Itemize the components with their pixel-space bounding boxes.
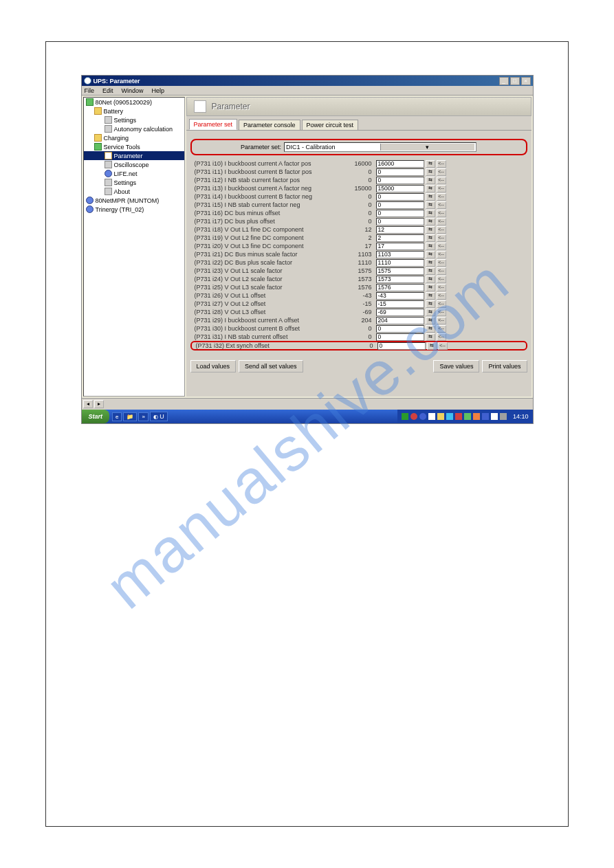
tree-settings2[interactable]: Settings: [84, 178, 184, 187]
param-input[interactable]: [376, 267, 424, 275]
param-send-button[interactable]: ⇆: [426, 234, 435, 242]
tree-about[interactable]: About: [84, 187, 184, 196]
param-send-button[interactable]: ⇆: [426, 226, 435, 234]
param-send-button[interactable]: ⇆: [426, 177, 435, 184]
tree-servicetools[interactable]: Service Tools: [84, 142, 184, 151]
tray-icon[interactable]: [437, 413, 444, 420]
param-send-button[interactable]: ⇆: [426, 243, 435, 250]
tree-root[interactable]: 80Net (0905120029): [84, 98, 184, 107]
param-send-button[interactable]: ⇆: [426, 284, 435, 291]
param-revert-button[interactable]: <--: [437, 226, 446, 234]
param-send-button[interactable]: ⇆: [426, 259, 435, 267]
param-input[interactable]: [376, 259, 424, 267]
tray-icon[interactable]: [491, 413, 498, 420]
param-revert-button[interactable]: <--: [437, 333, 446, 341]
tray-icon[interactable]: [473, 413, 480, 420]
tree-battery[interactable]: Battery: [84, 107, 184, 115]
tray-icon[interactable]: [410, 413, 417, 420]
tray-icon[interactable]: [482, 413, 489, 420]
system-tray[interactable]: 14:10: [397, 410, 533, 423]
param-input[interactable]: [376, 226, 424, 234]
param-input[interactable]: [376, 185, 424, 192]
tab-prev-button[interactable]: ◂: [83, 400, 93, 408]
param-input[interactable]: [376, 292, 424, 300]
param-send-button[interactable]: ⇆: [426, 185, 435, 192]
load-values-button[interactable]: Load values: [190, 360, 237, 372]
param-input[interactable]: [376, 193, 424, 201]
param-send-button[interactable]: ⇆: [426, 251, 435, 258]
tray-icon[interactable]: [419, 413, 426, 420]
tray-icon[interactable]: [402, 413, 408, 420]
tab-power-circuit-test[interactable]: Power circuit test: [302, 120, 359, 130]
param-revert-button[interactable]: <--: [437, 317, 446, 324]
tray-icon[interactable]: [455, 413, 462, 420]
close-button[interactable]: ×: [521, 77, 531, 85]
clock[interactable]: 14:10: [513, 413, 529, 420]
param-input[interactable]: [376, 251, 424, 258]
taskbar-item-folder[interactable]: 📁: [123, 412, 137, 421]
param-revert-button[interactable]: <--: [437, 193, 446, 201]
param-revert-button[interactable]: <--: [437, 276, 446, 283]
tree-parameter[interactable]: Parameter: [84, 151, 184, 160]
navigation-tree[interactable]: 80Net (0905120029) Battery Settings Auto…: [83, 97, 185, 397]
param-revert-button[interactable]: <--: [437, 234, 446, 242]
param-input[interactable]: [376, 284, 424, 291]
param-send-button[interactable]: ⇆: [426, 325, 435, 333]
param-input[interactable]: [376, 218, 424, 225]
param-input[interactable]: [376, 210, 424, 217]
param-input[interactable]: [377, 342, 426, 350]
param-revert-button[interactable]: <--: [437, 201, 446, 209]
tree-trinergy[interactable]: Trinergy (TRI_02): [84, 205, 184, 214]
param-send-button[interactable]: ⇆: [426, 300, 435, 308]
tree-lifenet[interactable]: LIFE.net: [84, 169, 184, 178]
param-send-button[interactable]: ⇆: [426, 317, 435, 324]
start-button[interactable]: Start: [82, 410, 110, 423]
param-revert-button[interactable]: <--: [437, 309, 446, 316]
param-revert-button[interactable]: <--: [437, 218, 446, 225]
param-input[interactable]: [376, 234, 424, 242]
param-revert-button[interactable]: <--: [437, 292, 446, 300]
param-revert-button[interactable]: <--: [438, 342, 448, 350]
tree-settings[interactable]: Settings: [84, 115, 184, 124]
param-input[interactable]: [376, 333, 424, 341]
param-revert-button[interactable]: <--: [437, 177, 446, 184]
param-input[interactable]: [376, 317, 424, 324]
param-input[interactable]: [376, 201, 424, 209]
param-input[interactable]: [376, 300, 424, 308]
tab-parameter-set[interactable]: Parameter set: [189, 119, 238, 130]
param-input[interactable]: [376, 168, 424, 176]
tree-autonomy[interactable]: Autonomy calculation: [84, 124, 184, 133]
param-send-button[interactable]: ⇆: [426, 292, 435, 300]
param-input[interactable]: [376, 325, 424, 333]
menu-window[interactable]: Window: [122, 87, 144, 94]
param-revert-button[interactable]: <--: [437, 168, 446, 176]
param-send-button[interactable]: ⇆: [427, 342, 437, 350]
param-send-button[interactable]: ⇆: [426, 276, 435, 283]
param-send-button[interactable]: ⇆: [426, 267, 435, 275]
tray-icon[interactable]: [428, 413, 435, 420]
tray-icon[interactable]: [500, 413, 507, 420]
param-revert-button[interactable]: <--: [437, 267, 446, 275]
param-input[interactable]: [376, 243, 424, 250]
param-send-button[interactable]: ⇆: [426, 333, 435, 341]
tree-charging[interactable]: Charging: [84, 133, 184, 142]
send-all-set-values-button[interactable]: Send all set values: [239, 360, 303, 372]
param-send-button[interactable]: ⇆: [426, 309, 435, 316]
tab-next-button[interactable]: ▸: [94, 400, 104, 408]
param-send-button[interactable]: ⇆: [426, 193, 435, 201]
param-input[interactable]: [376, 309, 424, 316]
param-send-button[interactable]: ⇆: [426, 201, 435, 209]
param-input[interactable]: [376, 160, 424, 168]
menu-file[interactable]: File: [85, 87, 95, 94]
parameter-set-dropdown[interactable]: DIC1 - Calibration ▾: [284, 142, 476, 152]
taskbar-item-app[interactable]: ◐ U: [150, 412, 168, 421]
save-values-button[interactable]: Save values: [433, 360, 479, 372]
param-revert-button[interactable]: <--: [437, 259, 446, 267]
param-send-button[interactable]: ⇆: [426, 160, 435, 168]
param-input[interactable]: [376, 276, 424, 283]
param-revert-button[interactable]: <--: [437, 300, 446, 308]
tree-netmpr[interactable]: 80NetMPR (MUNTOM): [84, 196, 184, 205]
maximize-button[interactable]: □: [510, 77, 520, 85]
param-revert-button[interactable]: <--: [437, 160, 446, 168]
taskbar-item-ie[interactable]: e: [112, 412, 122, 421]
